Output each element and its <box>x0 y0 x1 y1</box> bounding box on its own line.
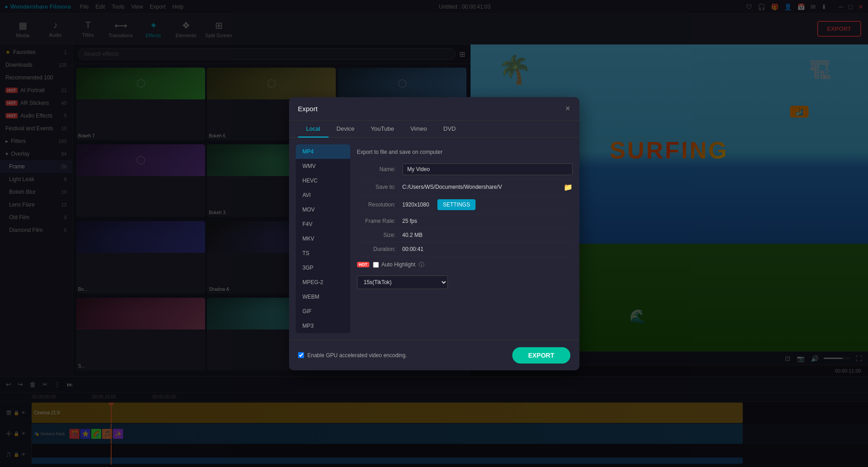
setting-row-size: Size: 40.2 MB <box>357 228 573 242</box>
setting-label-name: Name: <box>357 166 402 172</box>
auto-highlight-label: Auto Highlight <box>382 261 416 268</box>
dialog-tab-youtube[interactable]: YouTube <box>363 121 402 138</box>
setting-value-saveto: C:/Users/WS/Documents/Wondershare/V 📁 <box>402 183 573 192</box>
dropdown-row: 15s(TikTok)30s(Instagram)60s(YouTube)Cus… <box>357 273 573 291</box>
format-item-mp4[interactable]: MP4 <box>296 144 350 159</box>
auto-highlight-checkbox-label[interactable]: Auto Highlight <box>373 261 416 268</box>
format-item-3gp[interactable]: 3GP <box>296 261 350 275</box>
gpu-checkbox[interactable] <box>298 352 304 358</box>
setting-value-duration: 00:00:41 <box>402 246 573 252</box>
dialog-settings: Export to file and save on computer Name… <box>357 144 573 333</box>
dialog-tab-device[interactable]: Device <box>329 121 363 138</box>
folder-browse-button[interactable]: 📁 <box>564 183 573 192</box>
dialog-header: Export × <box>289 97 579 121</box>
export-dialog: Export × LocalDeviceYouTubeVimeoDVD MP4W… <box>289 97 579 370</box>
gpu-label: Enable GPU accelerated video encoding. <box>308 352 407 359</box>
setting-value-resolution: 1920x1080 SETTINGS <box>402 199 573 210</box>
export-dialog-button[interactable]: EXPORT <box>512 347 570 364</box>
setting-row-saveto: Save to: C:/Users/WS/Documents/Wondersha… <box>357 179 573 196</box>
dialog-tab-dvd[interactable]: DVD <box>435 121 464 138</box>
setting-label-size: Size: <box>357 232 402 238</box>
info-icon[interactable]: ⓘ <box>419 261 424 269</box>
setting-label-duration: Duration: <box>357 246 402 252</box>
setting-row-name: Name: <box>357 160 573 179</box>
format-item-mkv[interactable]: MKV <box>296 231 350 246</box>
setting-label-framerate: Frame Rate: <box>357 218 402 224</box>
auto-highlight-row: HOT Auto Highlight ⓘ <box>357 256 573 273</box>
format-item-gif[interactable]: GIF <box>296 304 350 319</box>
dialog-body: MP4WMVHEVCAVIMOVF4VMKVTS3GPMPEG-2WEBMGIF… <box>289 138 579 340</box>
format-item-avi[interactable]: AVI <box>296 188 350 202</box>
setting-value-size: 40.2 MB <box>402 232 573 238</box>
setting-row-resolution: Resolution: 1920x1080 SETTINGS <box>357 196 573 214</box>
name-input[interactable] <box>402 163 573 175</box>
dialog-overlay: Export × LocalDeviceYouTubeVimeoDVD MP4W… <box>0 0 868 467</box>
hot-badge: HOT <box>357 262 369 267</box>
setting-label-saveto: Save to: <box>357 184 402 190</box>
format-item-webm[interactable]: WEBM <box>296 290 350 304</box>
format-item-mp3[interactable]: MP3 <box>296 319 350 333</box>
size-text: 40.2 MB <box>402 232 423 238</box>
dialog-title: Export <box>298 105 318 113</box>
format-item-mpeg-2[interactable]: MPEG-2 <box>296 275 350 290</box>
setting-row-duration: Duration: 00:00:41 <box>357 242 573 256</box>
duration-text: 00:00:41 <box>402 246 424 252</box>
dialog-tabs: LocalDeviceYouTubeVimeoDVD <box>289 121 579 138</box>
duration-dropdown[interactable]: 15s(TikTok)30s(Instagram)60s(YouTube)Cus… <box>357 275 448 289</box>
settings-button[interactable]: SETTINGS <box>437 199 476 210</box>
setting-row-framerate: Frame Rate: 25 fps <box>357 214 573 228</box>
format-item-ts[interactable]: TS <box>296 246 350 261</box>
setting-label-resolution: Resolution: <box>357 202 402 208</box>
dialog-tab-vimeo[interactable]: Vimeo <box>402 121 435 138</box>
save-path-text: C:/Users/WS/Documents/Wondershare/V <box>402 184 560 190</box>
format-item-hevc[interactable]: HEVC <box>296 173 350 188</box>
format-list: MP4WMVHEVCAVIMOVF4VMKVTS3GPMPEG-2WEBMGIF… <box>296 144 350 333</box>
dialog-tab-local[interactable]: Local <box>298 121 329 138</box>
resolution-text: 1920x1080 <box>402 202 429 208</box>
format-item-mov[interactable]: MOV <box>296 202 350 217</box>
dialog-footer: Enable GPU accelerated video encoding. E… <box>289 340 579 370</box>
framerate-text: 25 fps <box>402 218 417 224</box>
format-item-wmv[interactable]: WMV <box>296 159 350 173</box>
auto-highlight-checkbox[interactable] <box>373 262 379 268</box>
dialog-close-button[interactable]: × <box>565 104 570 113</box>
setting-value-name <box>402 163 573 175</box>
gpu-checkbox-label[interactable]: Enable GPU accelerated video encoding. <box>298 352 407 359</box>
setting-value-framerate: 25 fps <box>402 218 573 224</box>
export-description: Export to file and save on computer <box>357 144 573 160</box>
format-item-f4v[interactable]: F4V <box>296 217 350 231</box>
